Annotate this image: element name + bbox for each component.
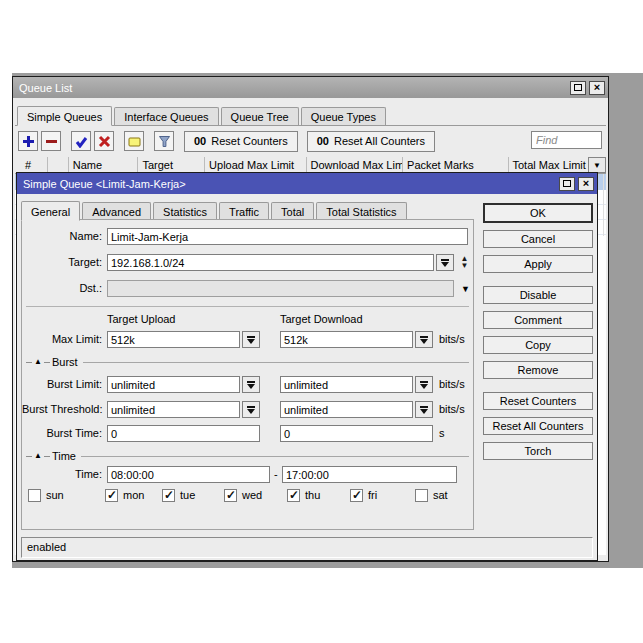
- comment-button[interactable]: Comment: [483, 311, 593, 329]
- day-checkbox-thu[interactable]: thu: [287, 488, 320, 502]
- remove-button[interactable]: [41, 131, 61, 151]
- target-row: Target: 192.168.1.0/24 ▲ ▼: [22, 254, 473, 271]
- day-checkbox-mon[interactable]: mon: [105, 488, 144, 502]
- target-dropdown-icon[interactable]: [436, 254, 454, 271]
- remove-button[interactable]: Remove: [483, 361, 593, 379]
- burst-threshold-unit: bits/s: [439, 403, 465, 415]
- checkbox-icon[interactable]: [28, 489, 41, 502]
- checkbox-icon[interactable]: [162, 489, 175, 502]
- burst-limit-upload-dropdown-icon[interactable]: [242, 376, 260, 393]
- max-limit-download-input[interactable]: 512k: [280, 331, 413, 348]
- burst-threshold-download-dropdown-icon[interactable]: [415, 401, 433, 418]
- queue-list-tabs: Simple Queues Interface Queues Queue Tre…: [15, 102, 606, 126]
- tab-advanced[interactable]: Advanced: [82, 202, 151, 220]
- ok-button[interactable]: OK: [483, 203, 593, 223]
- dialog-button-column: OK Cancel Apply Disable Comment Copy Rem…: [483, 203, 593, 467]
- checkbox-icon[interactable]: [287, 489, 300, 502]
- cancel-button[interactable]: Cancel: [483, 230, 593, 248]
- column-header-flags[interactable]: [48, 157, 69, 173]
- reset-counters-button[interactable]: 00 Reset Counters: [184, 131, 298, 152]
- column-header-target[interactable]: Target: [138, 157, 205, 173]
- disable-button[interactable]: Disable: [483, 286, 593, 304]
- target-input[interactable]: 192.168.1.0/24: [107, 254, 434, 271]
- max-limit-upload-input[interactable]: 512k: [107, 331, 240, 348]
- burst-time-row: Burst Time: 0 0 s: [22, 425, 473, 442]
- column-header-name[interactable]: Name: [69, 157, 139, 173]
- burst-limit-download-dropdown-icon[interactable]: [415, 376, 433, 393]
- apply-button[interactable]: Apply: [483, 255, 593, 273]
- collapse-arrow-icon[interactable]: ▲: [34, 452, 42, 460]
- column-header-number[interactable]: #: [15, 157, 48, 173]
- queue-list-titlebar[interactable]: Queue List ×: [13, 77, 608, 98]
- max-limit-download-dropdown-icon[interactable]: [415, 331, 433, 348]
- general-tab-panel: Name: Limit-Jam-Kerja Target: 192.168.1.…: [21, 219, 474, 530]
- maximize-icon[interactable]: [559, 177, 575, 191]
- burst-time-upload-input[interactable]: 0: [107, 425, 260, 442]
- day-checkbox-fri[interactable]: fri: [350, 488, 377, 502]
- max-limit-upload-dropdown-icon[interactable]: [242, 331, 260, 348]
- find-input[interactable]: [531, 131, 602, 149]
- burst-threshold-label: Burst Threshold:: [22, 403, 102, 415]
- day-checkbox-sat[interactable]: sat: [415, 488, 448, 502]
- tab-queue-tree[interactable]: Queue Tree: [221, 107, 299, 125]
- burst-limit-download-input[interactable]: unlimited: [280, 376, 413, 393]
- spinner-down-icon[interactable]: ▼: [461, 262, 469, 269]
- copy-button[interactable]: Copy: [483, 336, 593, 354]
- target-add-remove-spinner[interactable]: ▲ ▼: [458, 255, 471, 269]
- burst-limit-upload-input[interactable]: unlimited: [107, 376, 240, 393]
- time-from-input[interactable]: 08:00:00: [107, 466, 270, 483]
- enable-button[interactable]: [71, 131, 91, 151]
- dst-dropdown-icon[interactable]: ▼: [461, 284, 470, 294]
- comment-button[interactable]: [124, 131, 144, 151]
- checkbox-icon[interactable]: [415, 489, 428, 502]
- maximize-icon[interactable]: [570, 81, 586, 95]
- dialog-title: Simple Queue <Limit-Jam-Kerja>: [23, 178, 556, 190]
- tab-simple-queues[interactable]: Simple Queues: [17, 106, 112, 126]
- burst-time-download-input[interactable]: 0: [280, 425, 433, 442]
- dialog-titlebar[interactable]: Simple Queue <Limit-Jam-Kerja> ×: [17, 173, 597, 194]
- max-limit-label: Max Limit:: [22, 333, 102, 345]
- checkbox-icon[interactable]: [105, 489, 118, 502]
- tab-queue-types[interactable]: Queue Types: [301, 107, 386, 125]
- tab-traffic[interactable]: Traffic: [219, 202, 269, 220]
- target-upload-column-header: Target Upload: [107, 313, 176, 325]
- day-checkbox-tue[interactable]: tue: [162, 488, 195, 502]
- column-header-total-max[interactable]: Total Max Limit (bi.: [509, 157, 589, 173]
- day-checkbox-sun[interactable]: sun: [28, 488, 64, 502]
- collapse-arrow-icon[interactable]: ▲: [34, 358, 42, 366]
- column-header-upload-max[interactable]: Upload Max Limit: [205, 157, 306, 173]
- burst-threshold-upload-input[interactable]: unlimited: [107, 401, 240, 418]
- column-options-icon[interactable]: ▼: [588, 157, 606, 173]
- name-input[interactable]: Limit-Jam-Kerja: [107, 228, 468, 245]
- checkbox-icon[interactable]: [224, 489, 237, 502]
- reset-counters-button[interactable]: Reset Counters: [483, 392, 593, 410]
- day-checkbox-wed[interactable]: wed: [224, 488, 262, 502]
- close-icon[interactable]: ×: [578, 177, 594, 191]
- time-row: Time: 08:00:00 - 17:00:00: [22, 466, 473, 483]
- name-row: Name: Limit-Jam-Kerja: [22, 228, 473, 245]
- reset-all-counters-button[interactable]: 00 Reset All Counters: [307, 131, 435, 152]
- tab-total-statistics[interactable]: Total Statistics: [316, 202, 406, 220]
- time-group-header: ▲ Time: [26, 450, 469, 462]
- simple-queue-dialog: Simple Queue <Limit-Jam-Kerja> × General…: [16, 172, 598, 561]
- disable-button[interactable]: [94, 131, 114, 151]
- time-label: Time:: [22, 468, 102, 480]
- filter-button[interactable]: [154, 131, 174, 151]
- tab-total[interactable]: Total: [271, 202, 314, 220]
- burst-threshold-download-input[interactable]: unlimited: [280, 401, 413, 418]
- add-button[interactable]: [18, 131, 38, 151]
- burst-threshold-upload-dropdown-icon[interactable]: [242, 401, 260, 418]
- tab-general[interactable]: General: [21, 201, 80, 221]
- column-header-packet-marks[interactable]: Packet Marks: [403, 157, 508, 173]
- max-limit-row: Max Limit: 512k 512k bits/s: [22, 331, 473, 348]
- reset-all-counters-button[interactable]: Reset All Counters: [483, 417, 593, 435]
- dst-row: Dst.: ▼: [22, 280, 473, 297]
- tab-statistics[interactable]: Statistics: [153, 202, 217, 220]
- torch-button[interactable]: Torch: [483, 442, 593, 460]
- checkbox-icon[interactable]: [350, 489, 363, 502]
- tab-interface-queues[interactable]: Interface Queues: [114, 107, 218, 125]
- column-header-download-max[interactable]: Download Max Limit: [307, 157, 404, 173]
- time-to-input[interactable]: 17:00:00: [282, 466, 457, 483]
- close-icon[interactable]: ×: [589, 81, 605, 95]
- dst-input[interactable]: [107, 280, 454, 297]
